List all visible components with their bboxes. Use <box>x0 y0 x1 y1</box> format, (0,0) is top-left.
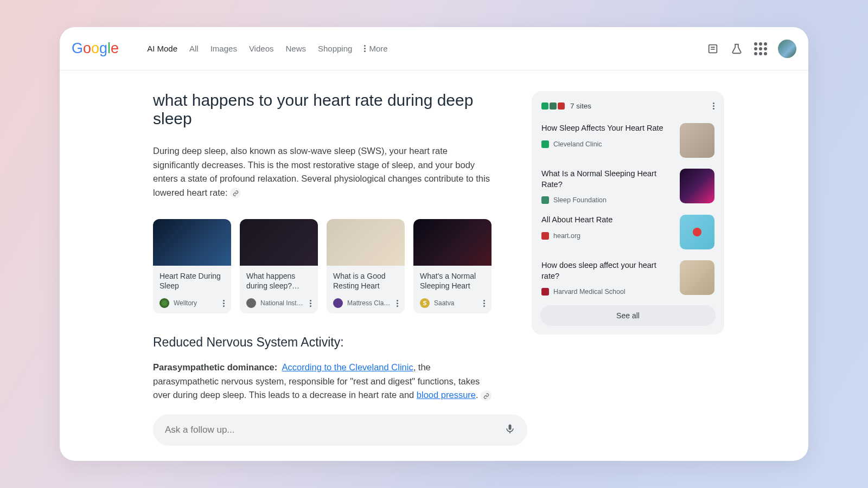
content-area: what happens to your heart rate during d… <box>60 70 808 461</box>
source-card[interactable]: What is a Good Resting Heart Rat… Mattre… <box>327 219 405 313</box>
sidebar-item-title: How Sleep Affects Your Heart Rate <box>541 123 672 134</box>
more-label: More <box>369 44 387 53</box>
sidebar-header: 7 sites <box>540 100 716 118</box>
card-title: What is a Good Resting Heart Rat… <box>333 271 398 292</box>
card-thumbnail <box>413 219 492 266</box>
more-dots-icon <box>364 45 366 52</box>
card-menu-icon[interactable] <box>310 300 311 307</box>
source-card[interactable]: What's a Normal Sleeping Heart R… S Saat… <box>413 219 492 313</box>
answer-intro-text: During deep sleep, also known as slow-wa… <box>153 146 490 197</box>
sources-sidebar: 7 sites How Sleep Affects Your Heart Rat… <box>532 91 724 335</box>
source-favicon <box>159 298 169 308</box>
tab-shopping[interactable]: Shopping <box>318 44 352 53</box>
card-menu-icon[interactable] <box>397 300 398 307</box>
card-menu-icon[interactable] <box>483 300 485 307</box>
browser-window: Google AI Mode All Images Videos News Sh… <box>60 27 808 461</box>
followup-input[interactable] <box>165 425 505 435</box>
source-card[interactable]: Heart Rate During Sleep Welltory <box>153 219 231 313</box>
header-bar: Google AI Mode All Images Videos News Sh… <box>60 27 808 70</box>
citation-chip-icon[interactable] <box>481 390 492 401</box>
tab-videos[interactable]: Videos <box>249 44 274 53</box>
citation-chip-icon[interactable] <box>230 188 241 198</box>
sidebar-item-source: Sleep Foundation <box>553 196 607 204</box>
sidebar-item-source: Cleveland Clinic <box>553 140 602 148</box>
sidebar-item-source: heart.org <box>553 232 580 240</box>
card-title: What's a Normal Sleeping Heart R… <box>420 271 485 292</box>
followup-bar[interactable] <box>153 414 527 446</box>
sidebar-source-item[interactable]: All About Heart Rate heart.org <box>540 209 716 255</box>
card-source: Welltory <box>174 299 219 307</box>
sidebar-favicon <box>541 140 549 148</box>
sidebar-item-title: All About Heart Rate <box>541 215 672 226</box>
source-favicon <box>246 298 256 308</box>
labs-icon[interactable] <box>730 42 743 55</box>
section-text-2: . <box>476 390 478 400</box>
sidebar-site-count: 7 sites <box>570 102 591 110</box>
card-title: What happens during sleep?… <box>246 271 311 292</box>
tab-all[interactable]: All <box>189 44 199 53</box>
sidebar-source-item[interactable]: How does sleep affect your heart rate? H… <box>540 255 716 301</box>
tab-images[interactable]: Images <box>210 44 237 53</box>
sidebar-source-item[interactable]: How Sleep Affects Your Heart Rate Clevel… <box>540 118 716 163</box>
sidebar-favicon <box>541 232 549 240</box>
microphone-icon[interactable] <box>505 423 515 436</box>
profile-avatar[interactable] <box>778 40 796 58</box>
sidebar-favicon <box>541 288 549 296</box>
card-source: National Inst… <box>260 299 305 307</box>
header-actions <box>706 40 796 58</box>
sidebar-favicon <box>541 196 549 204</box>
sidebar-thumbnail <box>680 260 714 295</box>
see-all-button[interactable]: See all <box>540 305 716 326</box>
sidebar-item-title: How does sleep affect your heart rate? <box>541 260 672 281</box>
list-icon[interactable] <box>706 42 719 55</box>
link-cleveland-clinic[interactable]: According to the Cleveland Clinic <box>282 362 413 372</box>
card-title: Heart Rate During Sleep <box>159 271 225 292</box>
sidebar-menu-icon[interactable] <box>713 102 714 110</box>
apps-icon[interactable] <box>754 42 767 55</box>
card-source: Mattress Cla… <box>347 299 392 307</box>
section-heading: Reduced Nervous System Activity: <box>153 335 495 350</box>
card-menu-icon[interactable] <box>223 300 225 307</box>
main-column: what happens to your heart rate during d… <box>153 91 495 461</box>
section-body: Parasympathetic dominance: According to … <box>153 361 495 402</box>
query-title: what happens to your heart rate during d… <box>153 91 495 128</box>
source-favicon: S <box>420 298 430 308</box>
tab-ai-mode[interactable]: AI Mode <box>147 44 177 53</box>
sidebar-thumbnail <box>680 123 714 158</box>
sidebar-item-title: What Is a Normal Sleeping Heart Rate? <box>541 169 672 190</box>
sidebar-item-source: Harvard Medical School <box>553 288 626 296</box>
card-thumbnail <box>327 219 405 266</box>
link-blood-pressure[interactable]: blood pressure <box>417 390 476 400</box>
sidebar-source-item[interactable]: What Is a Normal Sleeping Heart Rate? Sl… <box>540 163 716 209</box>
section-lead: Parasympathetic dominance: <box>153 362 277 372</box>
source-card[interactable]: What happens during sleep?… National Ins… <box>240 219 318 313</box>
sidebar-thumbnail <box>680 169 714 203</box>
answer-intro: During deep sleep, also known as slow-wa… <box>153 144 495 200</box>
sidebar-thumbnail <box>680 215 714 249</box>
card-thumbnail <box>153 219 231 266</box>
tab-more[interactable]: More <box>364 44 387 53</box>
tab-news[interactable]: News <box>285 44 306 53</box>
card-thumbnail <box>240 219 318 266</box>
source-cards-row: Heart Rate During Sleep Welltory What ha… <box>153 219 495 313</box>
card-source: Saatva <box>434 299 479 307</box>
source-favicon <box>333 298 343 308</box>
google-logo[interactable]: Google <box>72 40 119 57</box>
nav-tabs: AI Mode All Images Videos News Shopping … <box>147 44 387 53</box>
sidebar-favicon-cluster <box>541 102 565 110</box>
